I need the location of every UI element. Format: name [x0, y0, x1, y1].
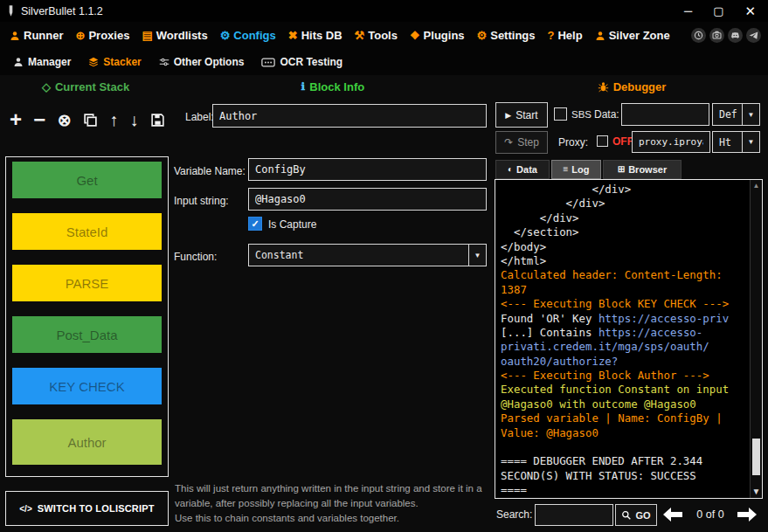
- log-line: ====: [501, 483, 746, 497]
- settings-icon: ⚙: [477, 30, 488, 41]
- menu-item-label: Hits DB: [301, 29, 342, 42]
- screenshot-camera-icon[interactable]: [709, 28, 724, 43]
- menu-item-wordlists[interactable]: ▤ Wordlists: [135, 26, 213, 45]
- start-button[interactable]: ▶ Start: [495, 102, 548, 128]
- proxy-type-dropdown[interactable]: Ht ▼: [712, 131, 760, 153]
- function-caption: Function:: [174, 251, 217, 263]
- plugins-icon: ❖: [410, 30, 420, 41]
- menu-item-settings[interactable]: ⚙ Settings: [471, 26, 542, 45]
- browser-tab-icon: ⊞: [618, 165, 625, 174]
- chevron-down-icon: ▼: [742, 132, 759, 152]
- menu-item-runner[interactable]: Runner: [3, 26, 70, 45]
- submenu-item-label: Other Options: [174, 56, 245, 68]
- block-label-input[interactable]: [212, 104, 487, 128]
- submenu-item-other-options[interactable]: Other Options: [150, 53, 253, 71]
- save-icon[interactable]: [150, 113, 165, 128]
- maximize-button[interactable]: ▢: [713, 5, 723, 17]
- telegram-icon[interactable]: [746, 28, 761, 43]
- log-line: [501, 440, 746, 454]
- log-line: <--- Executing Block KEY CHECK --->: [501, 297, 746, 311]
- submenu-item-stacker[interactable]: Stacker: [80, 53, 149, 71]
- chevron-down-icon: ▼: [468, 245, 486, 266]
- tab-data[interactable]: ◐ Data: [495, 160, 550, 179]
- current-stack-header: ◇ Current Stack: [0, 79, 171, 94]
- menu-item-proxies[interactable]: ⊕ Proxies: [70, 26, 136, 45]
- menu-item-label: Proxies: [88, 29, 129, 42]
- wordlist-type-dropdown[interactable]: Def ▼: [712, 103, 760, 126]
- data-caption: Data:: [594, 108, 619, 121]
- sbs-checkbox[interactable]: [554, 107, 567, 121]
- log-line: 1387: [501, 283, 746, 297]
- scroll-down-icon[interactable]: ▼: [751, 487, 762, 496]
- clone-block-icon[interactable]: [83, 113, 98, 128]
- stack-block-get[interactable]: Get: [12, 162, 162, 198]
- tab-browser[interactable]: ⊞ Browser: [603, 160, 682, 179]
- close-button[interactable]: ✕: [744, 4, 756, 17]
- silver-zone-icon: [595, 31, 605, 41]
- proxies-icon: ⊕: [76, 30, 86, 41]
- runner-icon: [10, 31, 20, 41]
- search-input[interactable]: [535, 504, 613, 526]
- step-button[interactable]: ↷ Step: [495, 131, 548, 154]
- stack-block-keycheck[interactable]: KEY CHECK: [12, 368, 162, 404]
- log-line: Parsed variable | Name: ConfigBy |: [501, 411, 746, 425]
- menu-item-silverzone[interactable]: Silver Zone: [589, 26, 676, 45]
- wordlist-type-value: Def: [713, 104, 742, 125]
- step-button-label: Step: [517, 136, 539, 149]
- log-scrollbar[interactable]: ▲ ▼: [750, 180, 762, 498]
- tab-log[interactable]: ≡ Log: [551, 160, 601, 179]
- history-icon[interactable]: [691, 28, 706, 43]
- stack-block-author[interactable]: Author: [12, 419, 162, 465]
- proxy-input[interactable]: [632, 131, 710, 153]
- submenu-item-ocr-testing[interactable]: OCR Testing: [253, 53, 351, 71]
- menu-item-plugins[interactable]: ❖ Plugins: [404, 26, 471, 45]
- is-capture-checkbox[interactable]: ✓: [248, 217, 262, 231]
- proxy-checkbox[interactable]: [597, 135, 608, 147]
- log-output[interactable]: </div> </div> </div> </section> </body> …: [495, 179, 763, 499]
- sbs-label: SBS: [571, 109, 592, 120]
- wordlists-icon: ▤: [142, 30, 152, 41]
- add-block-icon[interactable]: +: [10, 109, 22, 130]
- debug-data-input[interactable]: [621, 103, 709, 126]
- stack-block-stateid[interactable]: StateId: [12, 213, 162, 250]
- move-up-icon[interactable]: ↑: [109, 111, 118, 128]
- log-line: Value: @Hagaso0: [501, 426, 746, 440]
- stack-block-postdata[interactable]: Post_Data: [12, 316, 162, 353]
- switch-to-loliscript-button[interactable]: </> SWITCH TO LOLISCRIPT: [5, 491, 169, 526]
- remove-block-icon[interactable]: −: [33, 109, 45, 130]
- menu-item-tools[interactable]: ⚒ Tools: [349, 26, 404, 45]
- submenu: Manager Stacker Other Options OCR Testin…: [0, 49, 768, 75]
- menu-item-configs[interactable]: ⚙ Configs: [214, 26, 282, 45]
- previous-match-arrow-icon[interactable]: [660, 504, 686, 525]
- move-down-icon[interactable]: ↓: [130, 111, 139, 128]
- input-string-caption: Input string:: [174, 195, 229, 207]
- minimize-button[interactable]: ─: [684, 5, 692, 17]
- disable-block-icon[interactable]: ⊗: [58, 112, 72, 128]
- next-match-arrow-icon[interactable]: [734, 504, 760, 525]
- log-line: </body>: [501, 240, 746, 254]
- search-go-button[interactable]: GO: [615, 504, 657, 526]
- stack-block-parse[interactable]: PARSE: [12, 265, 162, 301]
- function-dropdown[interactable]: Constant ▼: [248, 244, 487, 266]
- switch-button-label: SWITCH TO LOLISCRIPT: [38, 503, 155, 514]
- tab-label: Log: [571, 164, 589, 175]
- input-string-input[interactable]: [248, 188, 487, 211]
- window-controls: ─ ▢ ✕: [684, 4, 761, 17]
- menu-item-hitsdb[interactable]: ✖ Hits DB: [282, 26, 349, 45]
- menu-item-help[interactable]: ? Help: [542, 26, 589, 45]
- search-caption: Search:: [496, 508, 532, 521]
- menu-item-label: Help: [557, 29, 582, 42]
- log-url: https://accesso-priv: [598, 312, 729, 325]
- scrollbar-thumb[interactable]: [752, 439, 760, 475]
- app-title: SilverBullet 1.1.2: [21, 5, 103, 17]
- log-line: </div>: [501, 197, 746, 211]
- submenu-item-manager[interactable]: Manager: [4, 53, 80, 71]
- is-capture-label: Is Capture: [268, 218, 316, 231]
- scroll-up-icon[interactable]: ▲: [751, 182, 762, 190]
- app-logo-icon: [7, 4, 15, 17]
- sliders-icon: [159, 57, 170, 67]
- discord-icon[interactable]: [728, 28, 743, 43]
- proxy-off-toggle[interactable]: OFF: [612, 135, 633, 148]
- variable-name-input[interactable]: [248, 158, 487, 181]
- configs-icon: ⚙: [220, 30, 231, 41]
